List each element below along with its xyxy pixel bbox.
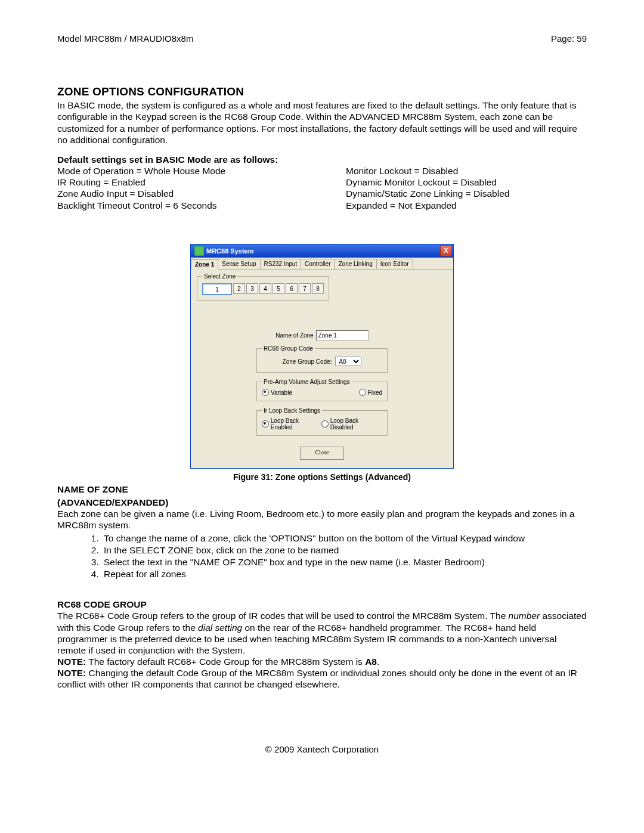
zone-button-2[interactable]: 2 — [233, 283, 245, 294]
defaults-heading: Default settings set in BASIC Mode are a… — [57, 154, 587, 165]
step-item: Repeat for all zones — [101, 568, 587, 580]
defaults-left-col: Mode of Operation = Whole House Mode IR … — [57, 165, 298, 212]
zone-button-7[interactable]: 7 — [299, 283, 311, 294]
rc68-legend: RC68 Group Code — [262, 345, 315, 352]
header-model: Model MRC88m / MRAUDIO8x8m — [57, 33, 193, 44]
figure-caption: Figure 31: Zone options Settings (Advanc… — [57, 472, 587, 482]
rc68-note1: NOTE: The factory default RC68+ Code Gro… — [57, 657, 587, 667]
zone-button-5[interactable]: 5 — [273, 283, 284, 294]
radio-fixed[interactable] — [359, 389, 366, 396]
zone-button-3[interactable]: 3 — [246, 283, 258, 294]
rc68-note2: NOTE: Changing the default Code Group of… — [57, 667, 587, 690]
preamp-volume-group: Pre-Amp Volume Adjust Settings Variable … — [256, 379, 388, 401]
default-item: Dynamic Monitor Lockout = Disabled — [346, 176, 587, 188]
tab-bar: Zone 1 Sense Setup RS232 Input Controlle… — [191, 258, 453, 270]
rc68-group-code-group: RC68 Group Code Zone Group Code: A8 — [256, 345, 388, 373]
step-item: In the SELECT ZONE box, click on the zon… — [101, 544, 587, 556]
default-item: Mode of Operation = Whole House Mode — [57, 165, 298, 176]
radio-loopback-enabled[interactable] — [262, 420, 269, 428]
window-titlebar[interactable]: MRC88 System X — [191, 244, 453, 258]
radio-fixed-label: Fixed — [368, 389, 382, 396]
zone-button-8[interactable]: 8 — [312, 283, 324, 294]
select-zone-legend: Select Zone — [202, 273, 237, 280]
app-icon — [194, 246, 204, 256]
default-item: Dynamic/Static Zone Linking = Disabled — [346, 188, 587, 199]
default-item: Zone Audio Input = Disabled — [57, 188, 298, 199]
ir-loopback-group: Ir Loop Back Settings Loop Back Enabled … — [256, 407, 388, 436]
select-zone-group: Select Zone 1 2 3 4 5 6 7 8 — [197, 273, 329, 301]
tab-sense-setup[interactable]: Sense Setup — [218, 259, 260, 269]
close-button[interactable]: Close — [300, 447, 344, 460]
section-title: ZONE OPTIONS CONFIGURATION — [57, 85, 587, 98]
tab-zone1[interactable]: Zone 1 — [191, 259, 218, 270]
zone-button-6[interactable]: 6 — [286, 283, 298, 294]
window-close-button[interactable]: X — [440, 246, 452, 256]
zone-group-code-select[interactable]: A8 — [335, 357, 361, 366]
preamp-legend: Pre-Amp Volume Adjust Settings — [262, 379, 352, 385]
radio-loopback-disabled-label: Loop Back Disabled — [330, 417, 382, 431]
step-item: Select the text in the "NAME OF ZONE" bo… — [101, 556, 587, 568]
tab-rs232-input[interactable]: RS232 Input — [260, 259, 302, 269]
defaults-right-col: Monitor Lockout = Disabled Dynamic Monit… — [346, 165, 587, 212]
radio-variable[interactable] — [262, 389, 269, 396]
name-of-zone-steps: To change the name of a zone, click the … — [57, 532, 587, 581]
zone-group-code-label: Zone Group Code: — [283, 358, 332, 365]
name-of-zone-input[interactable] — [316, 330, 369, 340]
name-of-zone-heading1: NAME OF ZONE — [57, 484, 587, 495]
tab-icon-editor[interactable]: Icon Editor — [376, 259, 413, 269]
default-item: Expanded = Not Expanded — [346, 200, 587, 211]
irloop-legend: Ir Loop Back Settings — [262, 407, 322, 414]
default-item: Monitor Lockout = Disabled — [346, 165, 587, 176]
tab-zone-linking[interactable]: Zone Linking — [334, 259, 376, 269]
radio-loopback-disabled[interactable] — [321, 420, 329, 428]
name-of-zone-label: Name of Zone — [275, 332, 313, 339]
zone-button-4[interactable]: 4 — [259, 283, 271, 294]
step-item: To change the name of a zone, click the … — [101, 532, 587, 544]
name-of-zone-heading2: (ADVANCED/EXPANDED) — [57, 497, 587, 508]
rc68-para: The RC68+ Code Group refers to the group… — [57, 610, 587, 657]
radio-variable-label: Variable — [271, 389, 292, 396]
radio-loopback-enabled-label: Loop Back Enabled — [271, 417, 321, 431]
window-title: MRC88 System — [206, 247, 253, 255]
zone-button-1[interactable]: 1 — [202, 283, 232, 295]
default-item: IR Routing = Enabled — [57, 176, 298, 188]
name-of-zone-para: Each zone can be given a name (i.e. Livi… — [57, 508, 587, 531]
rc68-heading: RC68 CODE GROUP — [57, 599, 587, 610]
default-item: Backlight Timeout Control = 6 Seconds — [57, 200, 298, 211]
header-page: Page: 59 — [551, 33, 587, 44]
app-window: MRC88 System X Zone 1 Sense Setup RS232 … — [190, 244, 454, 469]
tab-controller[interactable]: Controller — [301, 259, 335, 269]
intro-paragraph: In BASIC mode, the system is configured … — [57, 100, 587, 146]
footer-copyright: © 2009 Xantech Corporation — [57, 744, 587, 754]
